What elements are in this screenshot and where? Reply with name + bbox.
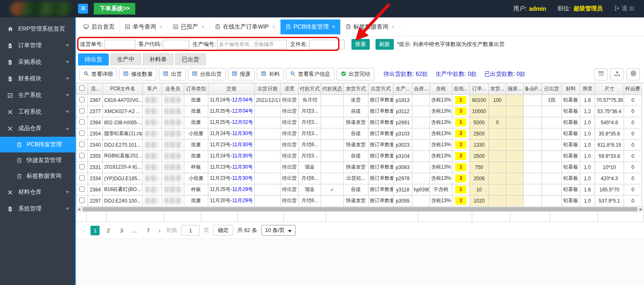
sidebar-item-生产系统[interactable]: 生产系统 (0, 87, 75, 104)
toolbar-button-查看客户信息[interactable]: 查看客户信息 (286, 68, 334, 80)
redacted-customer (146, 119, 159, 126)
tab-在线生产订单WIP[interactable]: 在线生产订单WIP× (210, 19, 281, 34)
sidebar-item-材料仓库[interactable]: 材料仓库 (0, 184, 75, 200)
row-checkbox[interactable] (79, 108, 85, 114)
toolbar-button-label: 查看详细 (91, 70, 113, 78)
tab-close-icon[interactable]: × (272, 24, 276, 30)
subtab-已出货[interactable]: 已出货 (175, 53, 206, 65)
cell-sample-fee: 0 (624, 106, 642, 117)
toolbar-button-报废[interactable]: 报废 (228, 68, 255, 80)
cell-salesperson (162, 139, 184, 150)
row-checkbox[interactable] (79, 130, 85, 136)
file-name-input[interactable] (309, 40, 345, 49)
column-header-进度: 进度 (281, 83, 299, 94)
cell-size: 35.6*35.6 (595, 128, 624, 139)
row-checkbox[interactable] (79, 153, 85, 158)
row-checkbox[interactable] (79, 164, 85, 169)
toolbar-button-出货[interactable]: 出货 (159, 68, 186, 80)
toolbar-button-label: 出货 (171, 70, 182, 78)
tab-close-icon[interactable]: × (159, 24, 163, 30)
cell-merge-no (412, 195, 430, 206)
column-header-在线...: 在线... (452, 83, 470, 94)
logout-button[interactable]: 退出 (614, 5, 637, 12)
footer-cell (201, 212, 238, 222)
subtab-待出货[interactable]: 待出货 (78, 53, 109, 65)
sidebar-item-财务模块[interactable]: 财务模块 (0, 70, 75, 87)
sidebar-item-成品仓库[interactable]: 成品仓库 (0, 120, 75, 137)
tab-标签数据查询[interactable]: 标签数据查询× (341, 19, 400, 34)
cell-ship-mode: 按订单数量 (368, 139, 393, 150)
menu-toggle-button[interactable] (78, 4, 88, 14)
cell-online-qty: 3 (452, 150, 470, 162)
tab-close-icon[interactable]: × (392, 24, 395, 30)
pagination-page-7[interactable]: 7 (144, 226, 153, 235)
sidebar-item-ERP管理系统首页[interactable]: ERP管理系统首页 (0, 21, 75, 37)
tab-close-icon[interactable]: × (332, 24, 335, 30)
select-all-checkbox[interactable] (79, 85, 85, 91)
row-checkbox[interactable] (79, 142, 85, 147)
horizontal-scrollbar[interactable]: ◀ ▶ (76, 206, 644, 212)
grid-button-export-icon[interactable] (610, 68, 624, 80)
refresh-button[interactable]: 刷新 (376, 39, 394, 50)
tab-close-icon[interactable]: × (202, 24, 205, 30)
sidebar-item-采购系统[interactable]: 采购系统 (0, 54, 75, 70)
file-icon (7, 76, 16, 82)
subtab-补料单[interactable]: 补料单 (143, 53, 173, 65)
toolbar-button-分批出货[interactable]: 分批出货 (188, 68, 226, 80)
pagination-page-2[interactable]: 2 (104, 226, 113, 235)
grid-button-print-icon[interactable] (627, 68, 640, 80)
row-checkbox[interactable] (79, 119, 85, 125)
toolbar-button-出货完结[interactable]: 出货完结 (337, 68, 374, 80)
scrollbar-thumb[interactable] (83, 207, 637, 211)
toolbar-button-修改数量[interactable]: 修改数量 (119, 68, 157, 80)
cell-customer (143, 128, 162, 139)
sidebar-item-订单管理[interactable]: 订单管理 (0, 37, 75, 54)
tab-后台首页[interactable]: 后台首页 (78, 19, 120, 34)
sidebar-item-工程系统[interactable]: 工程系统 (0, 104, 75, 120)
table-header-row: 流...PCB文件名客户业务员订单类型交期出货日期进度付款方式付款状态发货方式出… (76, 83, 642, 94)
tab-PCB待发管理[interactable]: PCB待发管理× (281, 19, 340, 34)
page-size-select[interactable]: 10 条/页 (261, 225, 296, 236)
sidebar-subitem-快捷发货管理[interactable]: 快捷发货管理 (0, 152, 75, 168)
due-end: 11月30号 (232, 142, 253, 147)
cell-online-qty: 3 (452, 128, 470, 139)
row-checkbox[interactable] (79, 175, 85, 181)
row-checkbox[interactable] (79, 198, 85, 203)
tab-单号查询[interactable]: 单号查询× (120, 19, 168, 34)
pagination-prev-button[interactable]: ‹ (81, 227, 86, 234)
pagination-next-button[interactable]: › (157, 227, 162, 234)
pagination-page-1[interactable]: 1 (90, 226, 100, 235)
goto-confirm-button[interactable]: 确定 (213, 225, 233, 236)
order-system-button[interactable]: 下单系统>> (94, 3, 135, 14)
cell-shipped-qty (489, 150, 506, 162)
scroll-left-arrow[interactable]: ◀ (76, 207, 82, 212)
row-checkbox[interactable] (79, 186, 85, 192)
column-header-样品费: 样品费 (624, 83, 642, 94)
customer-code-input[interactable] (163, 40, 189, 49)
subtab-生产中[interactable]: 生产中 (110, 53, 141, 65)
cell-delivery-method: 自提 (344, 106, 368, 117)
cell-payment-method: 月结3... (299, 128, 321, 139)
row-select-cell (76, 162, 88, 173)
cell-tax: 含税13% (430, 150, 452, 162)
scroll-right-arrow[interactable]: ▶ (638, 207, 644, 212)
delivery-no-input[interactable] (105, 40, 135, 49)
pagination-page-3[interactable]: 3 (117, 226, 126, 235)
sidebar-item-系统管理[interactable]: 系统管理 (0, 200, 75, 217)
search-button[interactable]: 搜索 (351, 39, 370, 50)
edit-icon (7, 93, 16, 98)
cell-progress: 待出货 (281, 195, 299, 206)
goto-page-input[interactable] (181, 225, 200, 236)
sidebar-subitem-PCB待发管理[interactable]: PCB待发管理 (0, 137, 75, 152)
production-no-input[interactable] (217, 40, 287, 49)
tab-已投产[interactable]: 已投产× (168, 19, 210, 34)
cell-salesperson (162, 195, 184, 206)
cell-size: 537.9*5.1 (595, 195, 624, 206)
row-checkbox[interactable] (79, 97, 85, 102)
sidebar-subitem-标签数据查询[interactable]: 标签数据查询 (0, 168, 75, 184)
grid-button-columns-icon[interactable] (594, 68, 607, 80)
toolbar-button-查看详细[interactable]: 查看详细 (79, 68, 117, 80)
toolbar-button-补料[interactable]: 补料 (257, 68, 284, 80)
online-qty-highlight: 3 (455, 141, 466, 149)
due-start: 11月25号- (210, 186, 232, 192)
